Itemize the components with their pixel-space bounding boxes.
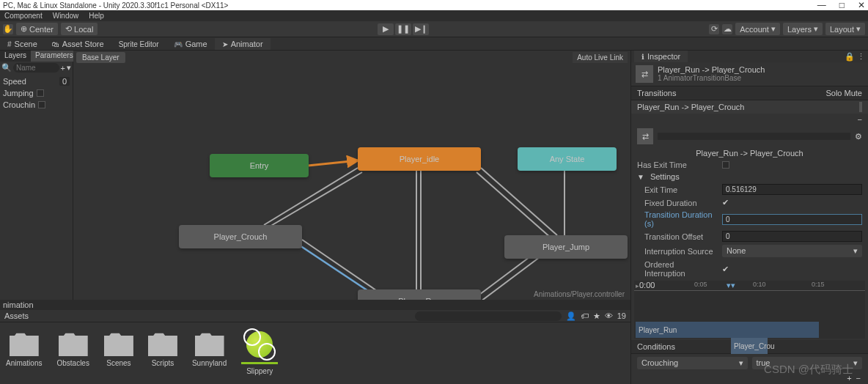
param-tab-parameters[interactable]: Parameters [31, 51, 78, 62]
param-tab-layers[interactable]: Layers [0, 51, 31, 62]
timeline-bar-dest[interactable]: Player_Crou [731, 338, 768, 354]
maximize-button[interactable]: □ [839, 0, 845, 10]
menu-window[interactable]: Window [53, 12, 79, 20]
local-toggle[interactable]: ⟲Local [61, 23, 98, 35]
controller-path: Animations/Player.controller [534, 290, 625, 298]
mute-checkbox[interactable] [861, 102, 862, 112]
physics-material-icon [246, 331, 273, 358]
conditions-header: Conditions [637, 342, 675, 351]
svg-line-6 [477, 172, 551, 238]
tab-scene[interactable]: #Scene [0, 38, 45, 50]
node-player-idle[interactable]: Player_idle [358, 147, 481, 171]
gear-icon[interactable]: ⚙ [855, 132, 862, 141]
ordered-interruption-checkbox: ✔ [722, 265, 729, 274]
star-icon[interactable]: ★ [593, 311, 600, 321]
add-param-button[interactable]: + [61, 64, 65, 73]
collab-icon[interactable]: ⟳ [709, 24, 719, 34]
transition-title: Player_Run -> Player_Crouch [658, 65, 765, 74]
hidden-icon[interactable]: 👁 [605, 311, 613, 320]
tab-inspector[interactable]: ℹ Inspector [634, 51, 688, 62]
transition-icon: ⇄ [636, 65, 653, 83]
svg-line-10 [481, 257, 540, 300]
center-toggle[interactable]: ⊕Center [16, 23, 58, 35]
node-any-state[interactable]: Any State [518, 147, 617, 171]
lock-icon[interactable]: 🔒 [845, 52, 855, 61]
svg-line-0 [308, 160, 358, 166]
tab-animator[interactable]: ➤Animator [215, 38, 271, 50]
node-player-run[interactable]: Player_Run [358, 289, 481, 300]
layout-dropdown[interactable]: Layout▾ [825, 23, 865, 35]
tab-animation[interactable]: nimation [3, 300, 34, 309]
folder-scripts[interactable]: Scripts [148, 331, 177, 375]
node-player-jump[interactable]: Player_Jump [504, 235, 628, 259]
tab-sprite-editor[interactable]: Sprite Editor [111, 39, 166, 50]
cloud-icon[interactable]: ☁ [722, 24, 732, 34]
transition-duration-field[interactable] [722, 214, 862, 225]
remove-transition-button[interactable]: − [858, 115, 862, 124]
svg-line-11 [477, 253, 535, 297]
tab-game[interactable]: 🎮Game [166, 38, 215, 50]
layers-dropdown[interactable]: Layers▾ [783, 23, 823, 35]
svg-line-8 [302, 240, 386, 297]
svg-line-5 [481, 168, 557, 235]
window-title: PC, Mac & Linux Standalone - Unity 2020.… [3, 1, 228, 10]
filter-icon[interactable]: 👤 [566, 311, 576, 321]
search-icon: 🔍 [1, 63, 12, 73]
node-player-crouch[interactable]: Player_Crouch [179, 225, 302, 248]
transition-edges [73, 51, 630, 300]
param-jumping[interactable]: Jumping [3, 87, 70, 99]
assets-search-input[interactable] [415, 311, 562, 321]
add-param-dropdown[interactable]: ▾ [67, 63, 71, 73]
account-dropdown[interactable]: Account▾ [735, 23, 780, 35]
folder-animations[interactable]: Animations [6, 331, 42, 375]
animator-graph[interactable]: Base Layer Auto Live Link [73, 51, 630, 300]
interruption-source-dropdown[interactable]: None▾ [722, 245, 862, 257]
param-search-input[interactable] [13, 63, 59, 73]
param-crouching[interactable]: Crouchin [3, 99, 70, 111]
transition-timeline[interactable]: ▸0:00 0:05 0:10 0:15 ▾▾ Player_Run Playe… [634, 281, 865, 339]
fixed-duration-checkbox[interactable]: ✔ [722, 198, 729, 207]
menu-help[interactable]: Help [89, 12, 104, 20]
asset-slippery[interactable]: Slippery [241, 331, 278, 375]
param-speed[interactable]: Speed0 [3, 75, 70, 87]
exit-time-field[interactable] [722, 184, 862, 195]
transition-list-item[interactable]: Player_Run -> Player_Crouch [637, 103, 744, 111]
pause-button[interactable]: ❚❚ [395, 23, 411, 35]
close-button[interactable]: ✕ [858, 0, 865, 10]
transitions-header: Transitions [637, 89, 676, 97]
has-exit-time-checkbox[interactable] [722, 161, 729, 169]
folder-scenes[interactable]: Scenes [104, 331, 133, 375]
timeline-bar-source[interactable]: Player_Run [636, 322, 819, 338]
menu-component[interactable]: Component [4, 12, 43, 20]
hand-tool-icon[interactable]: ✋ [3, 24, 13, 34]
remove-condition-button[interactable]: − [856, 374, 861, 383]
node-entry[interactable]: Entry [210, 154, 309, 177]
minimize-button[interactable]: — [817, 0, 826, 10]
menu-icon[interactable]: ⋮ [857, 52, 865, 61]
hidden-count: 19 [617, 311, 626, 320]
svg-line-4 [270, 172, 362, 226]
watermark: CSDN @代码骑士 [764, 363, 853, 377]
play-button[interactable]: ▶ [378, 23, 394, 35]
tag-icon[interactable]: 🏷 [581, 311, 589, 320]
transition-icon-small: ⇄ [637, 128, 653, 144]
step-button[interactable]: ▶❙ [413, 23, 429, 35]
assets-label: Assets [4, 311, 29, 320]
transition-offset-field[interactable] [722, 231, 862, 242]
settings-foldout[interactable]: Settings [650, 172, 680, 181]
transition-name-label: Player_Run -> Player_Crouch [631, 147, 868, 159]
tab-asset-store[interactable]: 🛍Asset Store [45, 38, 111, 50]
transition-subtitle: 1 AnimatorTransitionBase [658, 74, 765, 82]
folder-obstacles[interactable]: Obstacles [56, 331, 89, 375]
condition-param-dropdown[interactable]: Crouching▾ [637, 357, 748, 369]
transition-name-field[interactable] [658, 133, 850, 140]
folder-sunnyland[interactable]: Sunnyland [192, 331, 227, 375]
